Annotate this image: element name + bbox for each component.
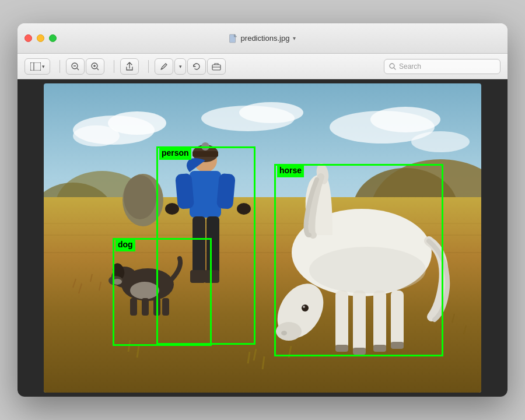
image-container: person dog horse — [18, 79, 508, 397]
svg-point-58 — [201, 142, 209, 150]
svg-line-11 — [97, 68, 99, 70]
share-group — [120, 58, 139, 75]
titlebar: predictions.jpg ▾ — [18, 23, 508, 54]
svg-rect-66 — [190, 270, 205, 283]
share-icon — [125, 62, 134, 71]
sidebar-toggle-group: ▾ — [24, 58, 50, 75]
history-icon — [192, 62, 201, 71]
svg-rect-75 — [335, 290, 348, 349]
zoom-out-icon — [71, 62, 79, 71]
window-title: predictions.jpg — [241, 34, 290, 43]
svg-point-20 — [73, 125, 120, 146]
search-box[interactable] — [384, 59, 501, 74]
svg-point-72 — [302, 304, 309, 312]
traffic-lights — [24, 34, 57, 42]
pencil-icon — [160, 62, 168, 71]
svg-rect-77 — [373, 290, 386, 349]
annotate-chevron-icon: ▾ — [179, 64, 182, 69]
svg-rect-64 — [192, 216, 205, 275]
toolbox-button[interactable] — [207, 58, 226, 75]
app-window: predictions.jpg ▾ ▾ — [18, 23, 508, 397]
svg-line-7 — [77, 68, 79, 70]
sidebar-toggle-button[interactable]: ▾ — [24, 58, 50, 75]
annotate-group: ▾ — [155, 58, 226, 75]
svg-rect-60 — [175, 173, 194, 209]
svg-point-50 — [113, 279, 122, 285]
annotate-chevron-button[interactable]: ▾ — [174, 58, 186, 75]
toolbox-icon — [212, 62, 221, 71]
svg-point-24 — [370, 107, 440, 132]
svg-point-25 — [411, 131, 470, 152]
svg-point-63 — [237, 203, 251, 215]
zoom-group — [66, 58, 104, 75]
svg-point-62 — [165, 203, 179, 215]
minimize-button[interactable] — [37, 34, 44, 42]
svg-point-15 — [390, 64, 394, 68]
chevron-icon: ▾ — [42, 64, 45, 69]
separator-2 — [114, 60, 114, 73]
close-button[interactable] — [24, 34, 32, 42]
svg-rect-3 — [30, 62, 41, 71]
history-button[interactable] — [187, 58, 206, 75]
file-icon — [229, 34, 237, 43]
svg-rect-59 — [190, 171, 221, 218]
svg-line-16 — [394, 68, 396, 69]
search-icon — [389, 63, 396, 70]
svg-rect-65 — [206, 216, 219, 275]
annotate-button[interactable] — [155, 58, 173, 75]
svg-rect-51 — [130, 298, 137, 316]
svg-rect-61 — [216, 173, 236, 209]
sidebar-icon — [30, 62, 41, 71]
zoom-out-button[interactable] — [66, 58, 85, 75]
svg-rect-76 — [353, 290, 366, 352]
separator-1 — [60, 60, 60, 73]
toolbar: ▾ — [18, 54, 508, 79]
svg-rect-52 — [142, 298, 149, 316]
svg-point-73 — [303, 306, 305, 308]
svg-rect-67 — [204, 270, 219, 283]
svg-rect-79 — [335, 345, 348, 352]
svg-rect-57 — [192, 151, 218, 157]
svg-rect-82 — [391, 342, 404, 349]
svg-rect-81 — [373, 345, 386, 352]
svg-point-22 — [239, 102, 303, 123]
separator-3 — [148, 60, 149, 73]
photo-scene — [44, 83, 481, 393]
share-button[interactable] — [120, 58, 139, 75]
titlebar-center: predictions.jpg ▾ — [229, 34, 296, 43]
svg-rect-54 — [162, 298, 169, 316]
image-wrapper: person dog horse — [44, 83, 481, 393]
svg-point-83 — [309, 247, 426, 293]
svg-point-49 — [130, 282, 159, 299]
chevron-down-icon[interactable]: ▾ — [293, 35, 296, 41]
maximize-button[interactable] — [49, 34, 57, 42]
svg-rect-53 — [153, 298, 160, 316]
svg-point-44 — [124, 175, 156, 219]
svg-rect-78 — [391, 290, 404, 346]
zoom-in-button[interactable] — [86, 58, 104, 75]
svg-point-71 — [281, 331, 287, 335]
svg-rect-80 — [353, 348, 366, 355]
zoom-in-icon — [91, 62, 99, 71]
svg-point-70 — [276, 322, 302, 341]
search-input[interactable] — [399, 62, 495, 71]
